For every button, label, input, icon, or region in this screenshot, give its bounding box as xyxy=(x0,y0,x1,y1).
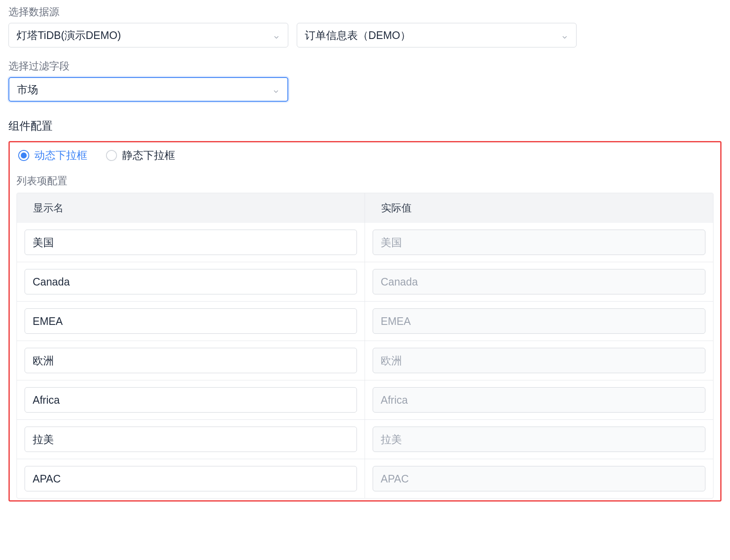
td-display-name xyxy=(17,223,365,262)
table-row xyxy=(17,301,713,341)
td-display-name xyxy=(17,341,365,380)
filter-field-label: 选择过滤字段 xyxy=(8,59,722,73)
display-name-input[interactable] xyxy=(25,348,357,373)
radio-static-dropdown[interactable]: 静态下拉框 xyxy=(106,148,175,162)
td-display-name xyxy=(17,420,365,459)
actual-value-input xyxy=(373,466,705,491)
display-name-input[interactable] xyxy=(25,308,357,334)
table-row xyxy=(17,380,713,419)
td-display-name xyxy=(17,380,365,419)
th-actual-value: 实际值 xyxy=(365,201,713,215)
td-actual-value xyxy=(365,380,713,419)
td-actual-value xyxy=(365,459,713,498)
table-row xyxy=(17,419,713,459)
datasource-secondary-select[interactable]: 订单信息表（DEMO） xyxy=(297,23,577,47)
td-actual-value xyxy=(365,223,713,262)
dropdown-type-radio-group: 动态下拉框 静态下拉框 xyxy=(17,148,713,162)
component-config-panel: 动态下拉框 静态下拉框 列表项配置 显示名 实际值 xyxy=(8,141,722,502)
filter-field-select[interactable]: 市场 xyxy=(8,77,288,102)
td-actual-value xyxy=(365,341,713,380)
radio-dynamic-label: 动态下拉框 xyxy=(34,148,87,162)
table-row xyxy=(17,223,713,262)
display-name-input[interactable] xyxy=(25,427,357,452)
datasource-secondary-value: 订单信息表（DEMO） xyxy=(305,28,411,42)
table-row xyxy=(17,262,713,301)
actual-value-input xyxy=(373,230,705,255)
radio-dot-icon xyxy=(21,152,27,158)
td-display-name xyxy=(17,262,365,301)
list-items-table: 显示名 实际值 xyxy=(17,193,713,499)
radio-circle-icon xyxy=(106,150,117,161)
list-config-label: 列表项配置 xyxy=(17,174,713,188)
chevron-down-icon xyxy=(561,31,568,39)
display-name-input[interactable] xyxy=(25,269,357,294)
datasource-primary-value: 灯塔TiDB(演示DEMO) xyxy=(17,28,121,42)
datasource-label: 选择数据源 xyxy=(8,5,722,19)
actual-value-input xyxy=(373,269,705,294)
td-display-name xyxy=(17,459,365,498)
display-name-input[interactable] xyxy=(25,466,357,491)
td-actual-value xyxy=(365,420,713,459)
actual-value-input xyxy=(373,427,705,452)
td-actual-value xyxy=(365,262,713,301)
radio-circle-icon xyxy=(18,150,29,161)
actual-value-input xyxy=(373,387,705,413)
td-actual-value xyxy=(365,302,713,341)
table-row xyxy=(17,341,713,380)
radio-dynamic-dropdown[interactable]: 动态下拉框 xyxy=(18,148,87,162)
component-config-title: 组件配置 xyxy=(8,119,722,133)
datasource-primary-select[interactable]: 灯塔TiDB(演示DEMO) xyxy=(8,23,288,47)
chevron-down-icon xyxy=(273,31,280,39)
radio-static-label: 静态下拉框 xyxy=(122,148,175,162)
actual-value-input xyxy=(373,308,705,334)
chevron-down-icon xyxy=(272,86,280,93)
actual-value-input xyxy=(373,348,705,373)
display-name-input[interactable] xyxy=(25,230,357,255)
display-name-input[interactable] xyxy=(25,387,357,413)
td-display-name xyxy=(17,302,365,341)
th-display-name: 显示名 xyxy=(17,193,365,223)
table-row xyxy=(17,459,713,498)
table-header: 显示名 实际值 xyxy=(17,193,713,223)
filter-field-value: 市场 xyxy=(17,83,38,97)
